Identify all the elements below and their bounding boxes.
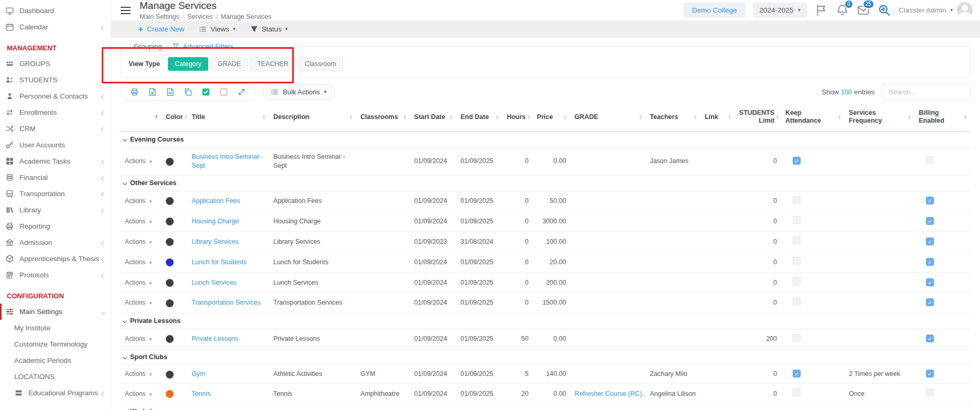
sort-arrows-icon[interactable]: ▴▾ (263, 114, 265, 120)
view-type-grade[interactable]: GRADE (211, 57, 248, 71)
keep_attendance-checkbox[interactable] (793, 277, 801, 285)
sidebar-item-enrollments[interactable]: Enrollments (0, 104, 111, 121)
sidebar-item-financial[interactable]: Financial (0, 169, 111, 186)
view-type-category[interactable]: Category (168, 57, 208, 71)
column-header-hours[interactable]: Hours▴▾ (503, 105, 532, 132)
sidebar-item-my-institute[interactable]: My Institute (0, 320, 111, 336)
column-header-start_date[interactable]: Start Date▴▾ (410, 105, 456, 132)
export-csv-icon[interactable] (166, 88, 175, 96)
column-header-teachers[interactable]: Teachers▴▾ (646, 105, 701, 132)
fullscreen-icon[interactable] (237, 88, 246, 96)
grade-link[interactable]: Refresher Course (RC)... (574, 390, 646, 397)
column-header-actions[interactable]: ▴▾ (121, 105, 162, 132)
status-dropdown[interactable]: Status ▾ (250, 25, 288, 33)
sidebar-item-protocols[interactable]: Protocols (0, 267, 111, 283)
billing_enabled-checkbox[interactable] (926, 389, 934, 396)
sort-arrows-icon[interactable]: ▴▾ (564, 114, 566, 120)
row-actions-dropdown[interactable]: Actions ▾ (125, 299, 152, 306)
academic-year-dropdown[interactable]: 2024-2025 ▾ (753, 3, 807, 18)
keep_attendance-checkbox[interactable] (793, 196, 801, 204)
user-menu[interactable]: Classter Admin ▾ (899, 2, 973, 18)
print-icon[interactable] (130, 88, 139, 96)
keep_attendance-checkbox[interactable] (793, 334, 801, 342)
column-header-color[interactable]: Color▴▾ (162, 105, 187, 132)
column-header-services_frequency[interactable]: Services Frequency▴▾ (845, 105, 914, 132)
sidebar-item-students[interactable]: STUDENTS (0, 72, 111, 88)
sidebar-item-dashboard[interactable]: Dashboard (0, 3, 111, 19)
billing_enabled-checkbox[interactable]: ✓ (926, 197, 934, 204)
select-all-icon[interactable] (201, 88, 210, 96)
sort-arrows-icon[interactable]: ▴▾ (404, 114, 406, 120)
keep_attendance-checkbox[interactable]: ✓ (793, 370, 801, 377)
keep_attendance-checkbox[interactable] (793, 216, 801, 224)
sidebar-item-academic-tasks[interactable]: Academic Tasks (0, 153, 111, 169)
sort-arrows-icon[interactable]: ▴▾ (528, 114, 530, 120)
sort-arrows-icon[interactable]: ▴▾ (350, 114, 352, 120)
row-actions-dropdown[interactable]: Actions ▾ (125, 238, 152, 245)
column-header-description[interactable]: Description▴▾ (269, 105, 356, 132)
sort-arrows-icon[interactable]: ▴▾ (776, 114, 779, 120)
sidebar-item-transportation[interactable]: Transportation (0, 186, 111, 202)
title-link[interactable]: Gym (191, 370, 205, 377)
billing_enabled-checkbox[interactable]: ✓ (926, 298, 934, 306)
title-link[interactable]: Lunch Services (191, 279, 236, 286)
title-link[interactable]: Lunch for Students (191, 258, 247, 266)
sidebar-item-admission[interactable]: Admission (0, 234, 111, 251)
avatar[interactable] (957, 2, 973, 18)
keep_attendance-checkbox[interactable] (793, 257, 801, 265)
menu-toggle-icon[interactable] (121, 7, 131, 14)
title-link[interactable]: Library Services (191, 238, 239, 245)
sidebar-item-crm[interactable]: CRM (0, 121, 111, 137)
sidebar-item-locations[interactable]: LOCATIONS (0, 369, 111, 385)
column-header-classrooms[interactable]: Classrooms▴▾ (356, 105, 410, 132)
title-link[interactable]: Transportation Services (191, 299, 261, 306)
billing_enabled-checkbox[interactable]: ✓ (926, 258, 934, 266)
sidebar-item-educational-programs[interactable]: Educational Programs (0, 385, 111, 401)
deselect-all-icon[interactable] (219, 88, 228, 96)
row-actions-dropdown[interactable]: Actions ▾ (125, 335, 152, 342)
sort-arrows-icon[interactable]: ▴▾ (155, 114, 157, 120)
entries-count-select[interactable]: 100 (841, 88, 853, 96)
global-search-icon[interactable] (878, 4, 891, 17)
column-header-students_limit[interactable]: STUDENTS Limit▴▾ (735, 105, 781, 132)
sidebar-item-groups[interactable]: GROUPS (0, 56, 111, 72)
billing_enabled-checkbox[interactable]: ✓ (926, 278, 934, 286)
sidebar-item-main-settings[interactable]: Main Settings (0, 304, 111, 320)
group-row-workshop[interactable]: Workshop (121, 404, 971, 410)
column-header-title[interactable]: Title▴▾ (187, 105, 269, 132)
column-header-price[interactable]: Price▴▾ (532, 105, 570, 132)
row-actions-dropdown[interactable]: Actions ▾ (125, 370, 152, 377)
flag-icon[interactable] (815, 4, 828, 17)
column-header-billing_enabled[interactable]: Billing Enabled▴▾ (914, 105, 971, 132)
row-actions-dropdown[interactable]: Actions ▾ (125, 279, 152, 286)
group-row-private-lessons[interactable]: Private Lessons (121, 313, 971, 329)
billing_enabled-checkbox[interactable]: ✓ (926, 335, 934, 342)
group-row-sport-clubs[interactable]: Sport Clubs (121, 349, 971, 365)
group-row-evening-courses[interactable]: Evening Courses (121, 132, 971, 147)
sidebar-item-personnel-contacts[interactable]: Personnel & Contacts (0, 88, 111, 104)
institution-button[interactable]: Demo College (684, 3, 745, 18)
create-new-button[interactable]: + Create New (138, 25, 184, 34)
row-actions-dropdown[interactable]: Actions ▾ (125, 390, 152, 397)
bulk-actions-dropdown[interactable]: Bulk Actions ▾ (262, 84, 335, 100)
keep_attendance-checkbox[interactable] (793, 236, 801, 244)
view-type-teacher[interactable]: TEACHER (250, 57, 295, 71)
sidebar-item-apprenticeships-thesis[interactable]: Apprenticeships & Thesis (0, 251, 111, 267)
billing_enabled-checkbox[interactable] (926, 156, 934, 164)
sort-arrows-icon[interactable]: ▴▾ (496, 114, 498, 120)
billing_enabled-checkbox[interactable]: ✓ (926, 370, 934, 377)
breadcrumb-item-services[interactable]: Services (187, 13, 212, 20)
row-actions-dropdown[interactable]: Actions ▾ (125, 218, 152, 225)
sort-arrows-icon[interactable]: ▴▾ (185, 114, 187, 120)
sort-arrows-icon[interactable]: ▴▾ (694, 114, 696, 120)
column-header-grade[interactable]: GRADE▴▾ (570, 105, 646, 132)
breadcrumb-item-manage-services[interactable]: Manage Services (221, 13, 272, 20)
export-excel-icon[interactable] (148, 88, 157, 96)
title-link[interactable]: Private Lessons (191, 335, 238, 342)
row-actions-dropdown[interactable]: Actions ▾ (125, 157, 152, 165)
title-link[interactable]: Business Intro Seminar - Sept (191, 153, 263, 169)
billing_enabled-checkbox[interactable]: ✓ (926, 217, 934, 225)
keep_attendance-checkbox[interactable]: ✓ (793, 157, 801, 165)
group-row-other-services[interactable]: Other Services (121, 175, 971, 191)
title-link[interactable]: Housing Charge (191, 218, 239, 225)
